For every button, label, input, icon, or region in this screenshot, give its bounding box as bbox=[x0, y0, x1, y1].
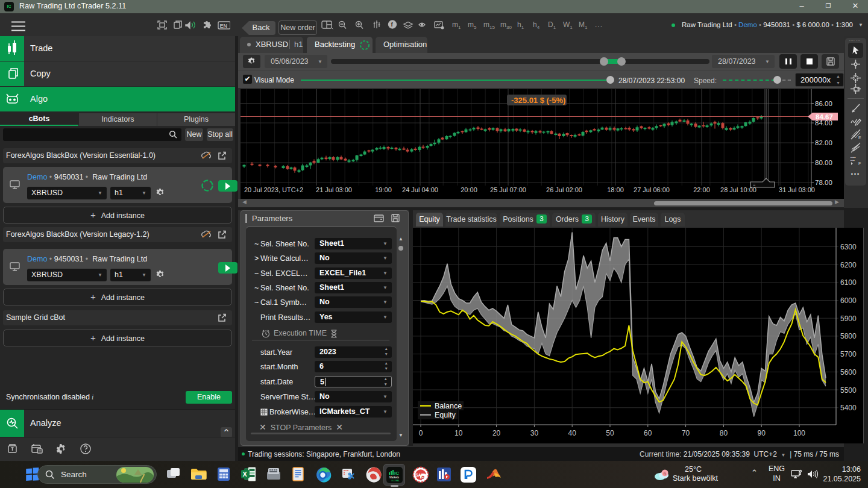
svg-text:80: 80 bbox=[720, 429, 728, 437]
svg-text:X: X bbox=[243, 471, 248, 478]
svg-text:100: 100 bbox=[793, 429, 805, 437]
svg-text:84.67: 84.67 bbox=[816, 113, 833, 120]
svg-text:24 Jul 04:00: 24 Jul 04:00 bbox=[402, 186, 438, 193]
svg-text:80.00: 80.00 bbox=[815, 159, 832, 166]
svg-text:6100: 6100 bbox=[840, 278, 857, 287]
svg-text:19:00: 19:00 bbox=[375, 186, 392, 193]
svg-text:GLOBAL: GLOBAL bbox=[391, 480, 400, 482]
svg-text:5900: 5900 bbox=[840, 314, 857, 323]
svg-text:26 Jul 02:00: 26 Jul 02:00 bbox=[546, 186, 582, 193]
svg-text:E: E bbox=[858, 136, 861, 140]
svg-text:Equity: Equity bbox=[435, 411, 456, 419]
svg-text:5500: 5500 bbox=[840, 386, 857, 395]
svg-text:6000: 6000 bbox=[840, 296, 857, 305]
svg-text:70: 70 bbox=[682, 429, 690, 437]
svg-text:50: 50 bbox=[606, 429, 614, 437]
svg-text:28 Jul 10:00: 28 Jul 10:00 bbox=[720, 186, 756, 193]
svg-text:EN: EN bbox=[220, 23, 228, 29]
svg-text:6200: 6200 bbox=[840, 261, 857, 269]
svg-text:5700: 5700 bbox=[840, 350, 857, 358]
svg-text:5800: 5800 bbox=[840, 332, 857, 340]
svg-text:27 Jul 06:00: 27 Jul 06:00 bbox=[634, 186, 670, 193]
svg-text:20: 20 bbox=[492, 429, 501, 437]
svg-text:IC: IC bbox=[394, 471, 399, 476]
svg-text:20 Jul 2023, UTC+2: 20 Jul 2023, UTC+2 bbox=[244, 186, 303, 193]
svg-text:21 Jul 03:00: 21 Jul 03:00 bbox=[316, 186, 352, 193]
svg-text:31 Jul 03:00: 31 Jul 03:00 bbox=[779, 186, 815, 193]
svg-text:5400: 5400 bbox=[840, 404, 857, 412]
svg-text:0: 0 bbox=[419, 429, 423, 437]
svg-text:Balance: Balance bbox=[435, 402, 462, 410]
svg-text:82.00: 82.00 bbox=[815, 139, 832, 146]
svg-text:25 Jul 07:00: 25 Jul 07:00 bbox=[490, 186, 526, 193]
svg-text:6300: 6300 bbox=[840, 243, 857, 251]
svg-text:78.00: 78.00 bbox=[815, 179, 832, 186]
svg-text:90: 90 bbox=[758, 429, 766, 437]
svg-text:18:00: 18:00 bbox=[607, 186, 624, 193]
svg-text:▪▪▪▪: ▪▪▪▪ bbox=[851, 158, 855, 162]
svg-text:6: 6 bbox=[664, 471, 667, 477]
svg-text:-325.01 $ (-5%): -325.01 $ (-5%) bbox=[511, 96, 565, 105]
svg-text:𝑝: 𝑝 bbox=[421, 474, 424, 481]
svg-text:20:00: 20:00 bbox=[461, 186, 477, 193]
svg-text:30: 30 bbox=[530, 429, 539, 437]
svg-text:60: 60 bbox=[644, 429, 652, 437]
svg-text:5600: 5600 bbox=[840, 368, 857, 377]
svg-text:86.00: 86.00 bbox=[815, 100, 832, 107]
svg-text:22:00: 22:00 bbox=[693, 186, 710, 193]
svg-text:40: 40 bbox=[568, 429, 577, 437]
svg-text:F: F bbox=[858, 161, 861, 166]
svg-text:Markets: Markets bbox=[389, 476, 400, 479]
svg-text:10: 10 bbox=[454, 429, 463, 437]
